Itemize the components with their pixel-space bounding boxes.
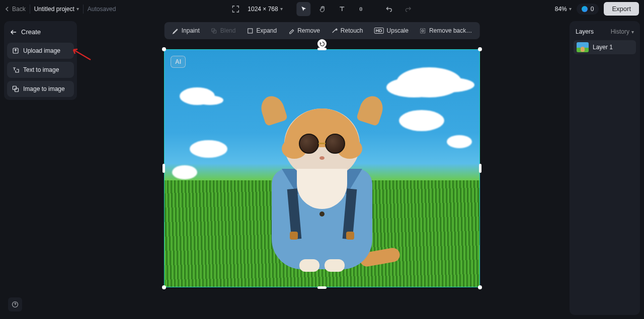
resize-handle-b[interactable] xyxy=(317,286,327,289)
chevron-down-icon: ▾ xyxy=(569,6,572,12)
upload-icon xyxy=(12,47,19,54)
back-label: Back xyxy=(12,6,26,13)
svg-rect-6 xyxy=(248,29,252,33)
chevron-down-icon: ▾ xyxy=(631,29,634,35)
expand-label: Expand xyxy=(256,27,277,34)
text-to-image-icon xyxy=(12,66,19,73)
hd-icon: HD xyxy=(374,28,384,34)
topbar-left: Back Untitled project ▾ Autosaved xyxy=(5,5,116,14)
resize-handle-t[interactable] xyxy=(317,48,327,50)
resize-handle-br[interactable] xyxy=(478,285,482,289)
blend-tool: Blend xyxy=(206,24,240,37)
rotate-icon xyxy=(319,41,325,47)
image-to-image-label: Image to image xyxy=(23,85,65,92)
undo-button[interactable] xyxy=(382,2,396,16)
zoom-control[interactable]: 84% ▾ xyxy=(555,6,572,13)
link-tool[interactable] xyxy=(354,2,368,16)
cursor-icon xyxy=(300,6,307,12)
chevron-down-icon: ▾ xyxy=(280,6,283,12)
inpaint-icon xyxy=(172,28,179,34)
inpaint-tool[interactable]: Inpaint xyxy=(168,24,204,37)
canvas-wrapper[interactable]: AI xyxy=(164,49,480,287)
svg-rect-7 xyxy=(421,29,425,33)
chevron-down-icon: ▾ xyxy=(76,6,79,12)
cloud xyxy=(172,165,197,179)
text-to-image-label: Text to image xyxy=(23,66,59,73)
cloud xyxy=(396,67,462,97)
credits-pill[interactable]: 0 xyxy=(577,4,599,15)
export-label: Export xyxy=(612,5,631,13)
remove-bg-label: Remove back… xyxy=(429,27,472,34)
image-to-image-item[interactable]: Image to image xyxy=(7,81,74,97)
expand-icon xyxy=(247,28,253,34)
cloud xyxy=(180,87,215,105)
create-header[interactable]: Create xyxy=(7,24,74,40)
history-button[interactable]: History ▾ xyxy=(611,28,634,35)
remove-label: Remove xyxy=(297,27,320,34)
upscale-tool[interactable]: HD Upscale xyxy=(370,24,413,37)
resize-handle-tr[interactable] xyxy=(478,47,482,51)
expand-tool[interactable]: Expand xyxy=(242,24,281,37)
divider xyxy=(83,5,84,14)
inpaint-label: Inpaint xyxy=(182,27,200,34)
project-title-text: Untitled project xyxy=(34,6,74,13)
back-button[interactable]: Back xyxy=(5,6,26,13)
resize-handle-tl[interactable] xyxy=(162,47,166,51)
upscale-label: Upscale xyxy=(387,27,409,34)
remove-background-tool[interactable]: Remove back… xyxy=(415,24,476,37)
cat-illustration xyxy=(257,103,387,269)
blend-icon xyxy=(211,28,217,34)
back-arrow-icon xyxy=(10,29,17,36)
resize-handle-bl[interactable] xyxy=(162,285,166,289)
credits-value: 0 xyxy=(591,6,594,13)
edit-toolbar: Inpaint Blend Expand Remove Retouch HD U… xyxy=(165,22,480,39)
left-panel: Create Upload image Text to image Image … xyxy=(4,21,77,100)
retouch-label: Retouch xyxy=(341,27,363,34)
help-button[interactable] xyxy=(8,297,22,311)
eraser-icon xyxy=(288,28,294,34)
credits-icon xyxy=(582,6,588,12)
redo-button[interactable] xyxy=(401,2,416,16)
canvas-size[interactable]: 1024 × 768 ▾ xyxy=(248,6,282,13)
resize-handle-l[interactable] xyxy=(163,164,165,173)
rotate-handle[interactable] xyxy=(317,39,327,48)
cloud xyxy=(447,135,472,148)
select-tool[interactable] xyxy=(297,2,311,16)
retouch-icon xyxy=(331,28,338,34)
retouch-tool[interactable]: Retouch xyxy=(327,24,368,37)
link-icon xyxy=(358,6,365,13)
layers-title: Layers xyxy=(576,28,594,35)
history-label: History xyxy=(611,28,629,35)
resize-handle-r[interactable] xyxy=(479,164,481,173)
undo-icon xyxy=(386,6,393,13)
upload-image-item[interactable]: Upload image xyxy=(7,43,74,59)
layer-name: Layer 1 xyxy=(593,44,613,51)
upload-image-label: Upload image xyxy=(23,47,60,54)
text-icon xyxy=(339,6,345,12)
fit-screen-button[interactable] xyxy=(228,2,243,16)
canvas-size-text: 1024 × 768 xyxy=(248,6,278,13)
topbar: Back Untitled project ▾ Autosaved 1024 ×… xyxy=(0,0,644,18)
hand-icon xyxy=(319,6,327,13)
ai-badge: AI xyxy=(171,56,186,68)
text-tool[interactable] xyxy=(335,2,349,16)
blend-label: Blend xyxy=(220,27,236,34)
layer-row[interactable]: Layer 1 xyxy=(574,40,636,54)
divider xyxy=(30,5,30,14)
cloud xyxy=(399,110,444,131)
right-panel-header: Layers History ▾ xyxy=(574,25,636,40)
redo-icon xyxy=(405,6,412,13)
autosave-status: Autosaved xyxy=(88,6,116,13)
help-icon xyxy=(12,301,19,308)
hand-tool[interactable] xyxy=(316,2,330,16)
remove-bg-icon xyxy=(420,28,426,34)
layer-thumbnail xyxy=(577,42,589,52)
image-to-image-icon xyxy=(12,85,19,92)
export-button[interactable]: Export xyxy=(604,2,639,16)
topbar-center: 1024 × 768 ▾ xyxy=(228,2,415,16)
text-to-image-item[interactable]: Text to image xyxy=(7,62,74,78)
canvas-image[interactable]: AI xyxy=(164,49,480,287)
project-title[interactable]: Untitled project ▾ xyxy=(34,6,79,13)
remove-tool[interactable]: Remove xyxy=(283,24,325,37)
chevron-left-icon xyxy=(5,7,10,12)
